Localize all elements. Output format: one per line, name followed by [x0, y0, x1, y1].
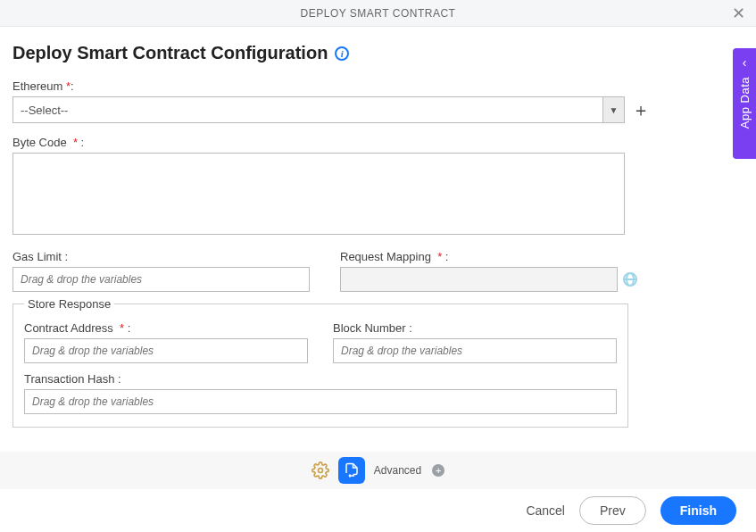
store-response-legend: Store Response: [24, 297, 114, 311]
ethereum-label: Ethereum *:: [12, 79, 74, 93]
app-data-label: App Data: [738, 77, 752, 129]
info-icon[interactable]: i: [335, 46, 349, 61]
bytecode-textarea[interactable]: [12, 153, 625, 235]
dialog-footer: Cancel Prev Finish: [0, 489, 756, 532]
bottom-toolbar: Advanced +: [0, 452, 756, 489]
advanced-plus-icon[interactable]: +: [432, 464, 444, 477]
contractaddress-label: Contract Address * :: [24, 321, 130, 335]
bytecode-label: Byte Code * :: [12, 136, 84, 149]
contractaddress-input[interactable]: [24, 338, 308, 363]
prev-button[interactable]: Prev: [579, 496, 646, 525]
close-icon[interactable]: ✕: [732, 4, 745, 23]
gear-icon[interactable]: [312, 461, 329, 479]
svg-point-0: [318, 469, 322, 473]
ethereum-selected-value: --Select--: [21, 104, 68, 117]
gaslimit-label: Gas Limit :: [12, 250, 68, 263]
page-title: Deploy Smart Contract Configuration: [12, 43, 328, 63]
globe-icon[interactable]: [623, 272, 637, 287]
dialog-body: Deploy Smart Contract Configuration i Et…: [0, 27, 756, 428]
finish-button[interactable]: Finish: [660, 496, 736, 525]
transactionhash-label: Transaction Hash :: [24, 372, 121, 386]
chevron-down-icon: ▼: [602, 97, 624, 122]
chevron-left-icon: ‹: [743, 55, 747, 70]
requestmapping-label: Request Mapping * :: [340, 250, 448, 263]
ethereum-select[interactable]: --Select-- ▼: [12, 96, 625, 123]
requestmapping-input[interactable]: [340, 267, 618, 292]
document-swap-icon[interactable]: [338, 457, 365, 484]
cancel-button[interactable]: Cancel: [526, 503, 565, 518]
advanced-label[interactable]: Advanced: [374, 464, 421, 477]
gaslimit-input[interactable]: [12, 267, 310, 292]
dialog-title: DEPLOY SMART CONTRACT: [301, 7, 456, 20]
add-ethereum-button[interactable]: ＋: [632, 98, 650, 122]
dialog-titlebar: DEPLOY SMART CONTRACT ✕: [0, 0, 756, 27]
transactionhash-input[interactable]: [24, 389, 617, 414]
app-data-side-tab[interactable]: ‹ App Data: [733, 48, 756, 159]
blocknumber-input[interactable]: [333, 338, 617, 363]
store-response-group: Store Response Contract Address * : Bloc…: [12, 297, 628, 428]
blocknumber-label: Block Number :: [333, 321, 412, 335]
